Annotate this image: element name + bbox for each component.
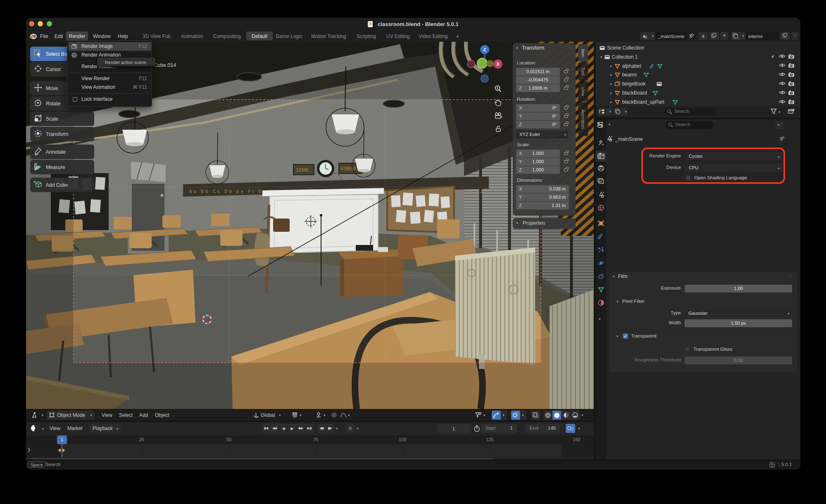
pin-icon[interactable] (779, 136, 785, 142)
tab-output[interactable] (597, 165, 605, 171)
play-button[interactable]: ▶ (288, 424, 296, 433)
tab-scene[interactable] (597, 191, 605, 198)
stopwatch-icon[interactable] (474, 425, 480, 432)
properties-search[interactable]: Search (665, 121, 713, 129)
outliner-row-blackboard[interactable]: ▸ blackBoard (610, 89, 658, 97)
filter-width-field[interactable]: 1.50 px (685, 319, 792, 327)
navigation-gizmo[interactable]: Z X (464, 41, 509, 87)
hide-eye-icon[interactable] (779, 71, 786, 77)
scene-name-field[interactable]: _mainScene (655, 32, 687, 40)
frame-start-field[interactable]: Start 1 (481, 424, 517, 433)
viewport-pan-icon[interactable] (494, 99, 502, 107)
tab-object-data[interactable] (597, 286, 605, 293)
dim-z-field[interactable]: Z1.31 m (516, 202, 569, 209)
tool-annotate[interactable]: Annotate (30, 145, 94, 159)
shading-wireframe[interactable] (543, 411, 552, 420)
scale-y-field[interactable]: Y1.000 (516, 158, 560, 166)
tab-video-editing[interactable]: Video Editing (419, 33, 448, 39)
timeline-playback-dropdown[interactable]: Playback ▾ (89, 424, 121, 433)
next-keyframe-button[interactable]: ◆▶ (297, 424, 305, 433)
tab-physics[interactable] (597, 260, 605, 266)
add-workspace-button[interactable]: + (456, 33, 459, 40)
filter-type-dropdown[interactable]: Gaussian▾ (685, 309, 792, 317)
menu-item-lock-interface[interactable]: Lock Interface (69, 95, 151, 104)
new-collection-icon[interactable] (788, 108, 795, 114)
viewport-zoom-icon[interactable] (494, 85, 502, 93)
editor-type-button[interactable]: ▾ (30, 411, 44, 420)
scene-copy-button[interactable] (709, 32, 719, 40)
tool-measure[interactable]: Measure (30, 160, 94, 174)
tab-render[interactable] (595, 151, 606, 162)
properties-editor-type-button[interactable]: ▾ (596, 121, 610, 129)
tab-object[interactable] (597, 220, 605, 227)
rotation-x-field[interactable]: X0° (516, 104, 560, 112)
dim-y-field[interactable]: Y0.863 m (516, 193, 569, 201)
tab-animation[interactable]: Animation (181, 33, 203, 39)
prev-keyframe-button[interactable]: ◀◆ (271, 424, 279, 433)
frame-end-field[interactable]: End 145 (526, 424, 560, 433)
camera-visibility-icon[interactable] (788, 99, 795, 105)
location-y-lock[interactable] (564, 78, 568, 81)
outliner-filter-image[interactable]: ▾ (614, 108, 628, 116)
viewport-lock-icon[interactable] (495, 125, 502, 132)
gizmos-toggle[interactable] (492, 411, 501, 420)
viewlayer-name-field[interactable]: interior (746, 32, 779, 40)
tab-motion-tracking[interactable]: Motion Tracking (311, 33, 346, 39)
location-z-field[interactable]: Z1.6905 m (516, 84, 560, 92)
outliner-row-blackboard-uppart[interactable]: ▸ blackBoard_upPart (610, 98, 678, 106)
shading-material[interactable] (562, 411, 570, 420)
jump-to-end-button[interactable]: ▶▮ (305, 424, 314, 433)
menu-item-view-render[interactable]: View Render F11 (69, 74, 151, 83)
outliner-row-collection-1[interactable]: ▾ Collection 1 (600, 53, 638, 61)
sidebar-tab-animation[interactable]: Animation (578, 102, 588, 136)
scale-x-lock[interactable] (564, 152, 568, 155)
properties-options-button[interactable]: ▾ (776, 121, 783, 129)
scene-users-count[interactable]: 4 (698, 32, 708, 40)
roughness-threshold-field[interactable]: 0.10 (685, 357, 792, 364)
tool-transform[interactable]: Transform (30, 127, 94, 141)
hide-eye-icon[interactable] (779, 81, 786, 86)
hide-eye-icon[interactable] (779, 99, 786, 105)
camera-visibility-icon[interactable] (788, 81, 795, 86)
shading-dropdown[interactable]: ▾ (581, 413, 583, 417)
tab-modifiers[interactable] (597, 233, 605, 240)
tab-material[interactable] (597, 300, 605, 306)
camera-visibility-icon[interactable] (788, 54, 795, 59)
tab-view-layer[interactable] (597, 178, 605, 185)
overlays-dropdown[interactable]: ▾ (521, 411, 526, 420)
tab-tool[interactable] (597, 139, 605, 146)
scale-y-lock[interactable] (564, 160, 568, 163)
tab-constraints[interactable] (597, 273, 605, 280)
rotation-y-lock[interactable] (564, 115, 568, 118)
dim-x-field[interactable]: X0.038 m (516, 185, 569, 193)
location-y-field[interactable]: -0.004475 (516, 76, 560, 84)
prev-frame-button[interactable]: ◀▮ (318, 424, 326, 433)
tab-3d-view-full[interactable]: 3D View Full (143, 33, 170, 39)
timeline-expand-arrow[interactable]: ❯ (27, 447, 31, 452)
tab-world[interactable] (597, 204, 605, 211)
sidebar-tab-view[interactable]: View (578, 81, 588, 101)
pixel-filter-label[interactable]: Pixel Filter (622, 299, 645, 304)
breadcrumb-scene-name[interactable]: _mainScene (615, 136, 643, 142)
timeline-ruler[interactable]: 25 50 75 100 125 150 (26, 435, 594, 444)
filter-icon[interactable] (771, 109, 777, 114)
viewport-menu-view[interactable]: View (102, 412, 112, 418)
timeline-editor-type-button[interactable]: ▾ (30, 424, 45, 433)
location-x-lock[interactable] (564, 70, 568, 73)
separator-vertical[interactable] (594, 42, 595, 459)
menu-edit[interactable]: Edit (55, 33, 63, 39)
camera-visibility-icon[interactable] (788, 72, 795, 77)
viewlayer-remove-button[interactable]: × (791, 32, 799, 40)
rotation-y-field[interactable]: Y0° (516, 112, 560, 120)
scale-x-field[interactable]: X1.000 (516, 150, 560, 157)
hide-eye-icon[interactable] (779, 53, 786, 59)
properties-collapsed-panel[interactable]: ▸ Properties ∷∷ (513, 218, 576, 229)
shading-rendered[interactable] (571, 411, 579, 420)
location-z-lock[interactable] (564, 87, 568, 90)
outliner-row-alphabet[interactable]: ▸ alphabet (610, 62, 663, 70)
hide-eye-icon[interactable] (779, 90, 786, 95)
tab-uv-editing[interactable]: UV Editing (386, 33, 410, 39)
viewport-camera-icon[interactable] (495, 112, 502, 119)
playhead[interactable]: 1 (57, 435, 67, 444)
gizmos-dropdown[interactable]: ▾ (501, 411, 507, 420)
